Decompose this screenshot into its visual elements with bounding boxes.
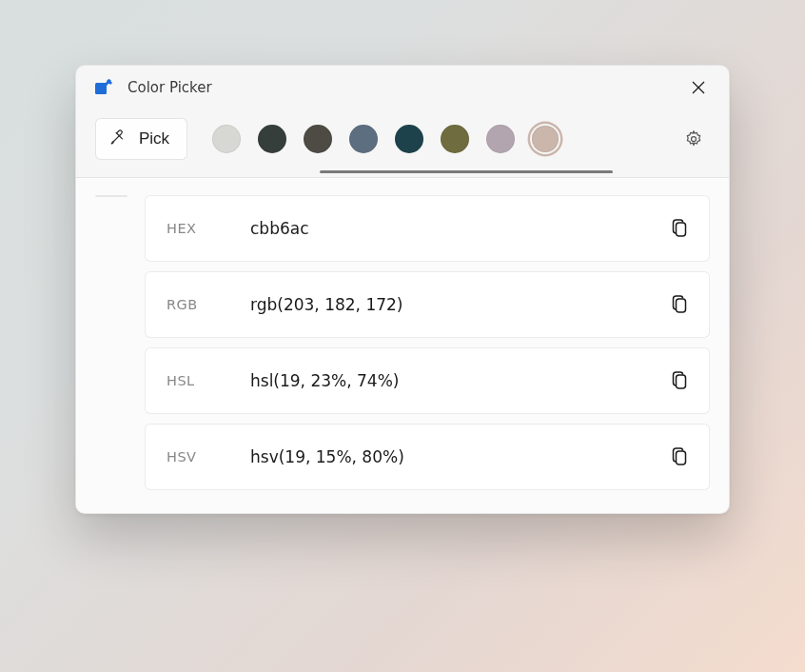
swatch-7[interactable] [532, 126, 559, 152]
format-value: hsv(19, 15%, 80%) [250, 447, 669, 466]
format-label: HSL [167, 373, 250, 388]
swatch-6[interactable] [486, 125, 515, 153]
titlebar: Color Picker [76, 66, 729, 109]
svg-rect-7 [677, 451, 686, 464]
window-title: Color Picker [128, 79, 212, 96]
toolbar: Pick [76, 109, 729, 178]
swatch-5[interactable] [441, 125, 469, 153]
swatch-0[interactable] [212, 125, 241, 153]
swatch-1[interactable] [258, 125, 286, 153]
close-button[interactable] [677, 74, 719, 101]
formats-list: HEXcbb6acRGBrgb(203, 182, 172)HSLhsl(19,… [145, 195, 710, 490]
format-row-hsl[interactable]: HSLhsl(19, 23%, 74%) [145, 347, 710, 414]
svg-rect-6 [677, 375, 686, 388]
shades-column [95, 195, 128, 197]
copy-button[interactable] [669, 217, 692, 240]
format-value: hsl(19, 23%, 74%) [250, 371, 669, 390]
settings-button[interactable] [677, 123, 710, 155]
format-row-hsv[interactable]: HSVhsv(19, 15%, 80%) [145, 424, 710, 490]
swatch-4[interactable] [395, 125, 423, 153]
swatch-2[interactable] [304, 125, 332, 153]
format-label: HSV [167, 449, 250, 464]
svg-rect-5 [677, 299, 686, 312]
copy-button[interactable] [669, 369, 692, 392]
svg-point-3 [692, 137, 697, 142]
copy-button[interactable] [669, 293, 692, 316]
swatches-container [205, 125, 660, 153]
svg-rect-4 [677, 223, 686, 236]
color-picker-window: Color Picker Pick [75, 65, 730, 514]
format-label: HEX [167, 221, 250, 236]
format-label: RGB [167, 297, 250, 312]
format-value: rgb(203, 182, 172) [250, 295, 669, 314]
swatches-scrollbar[interactable] [320, 170, 613, 173]
pick-button[interactable]: Pick [95, 118, 187, 160]
pick-button-label: Pick [139, 129, 169, 148]
content-area: HEXcbb6acRGBrgb(203, 182, 172)HSLhsl(19,… [76, 178, 729, 513]
app-icon [95, 79, 112, 96]
eyedropper-icon [109, 128, 128, 150]
format-row-hex[interactable]: HEXcbb6ac [145, 195, 710, 262]
copy-button[interactable] [669, 445, 692, 468]
swatch-3[interactable] [349, 125, 378, 153]
format-value: cbb6ac [250, 219, 669, 238]
format-row-rgb[interactable]: RGBrgb(203, 182, 172) [145, 271, 710, 338]
